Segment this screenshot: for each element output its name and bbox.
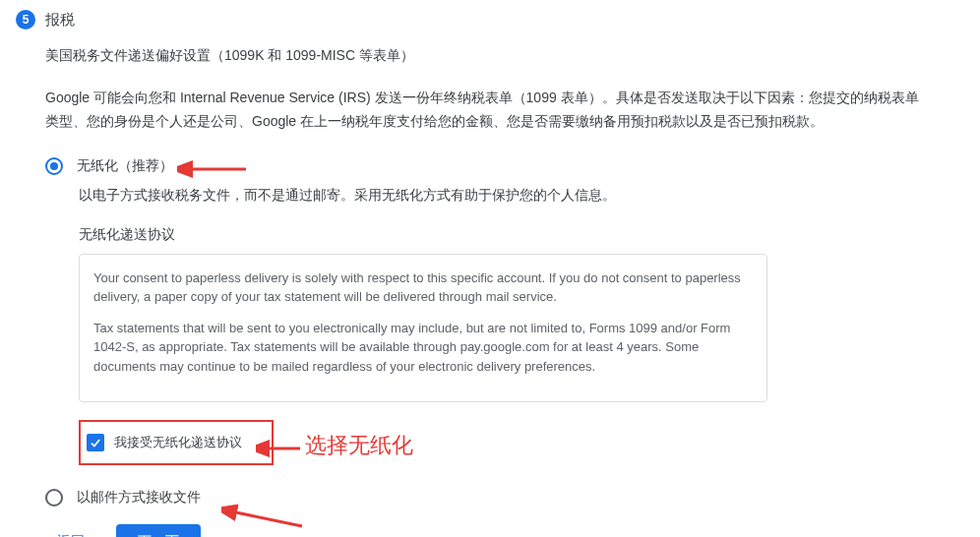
agreement-p1: Your consent to paperless delivery is so… xyxy=(93,268,747,307)
step-header: 5 报税 xyxy=(0,10,980,30)
annotation-select-paperless: 选择无纸化 xyxy=(305,431,413,460)
option-paperless[interactable]: 无纸化（推荐） xyxy=(45,155,960,175)
step-title: 报税 xyxy=(45,11,75,30)
checkbox-label: 我接受无纸化递送协议 xyxy=(114,434,242,451)
next-button[interactable]: 下一页 xyxy=(116,524,201,537)
description-text: Google 可能会向您和 Internal Revenue Service (… xyxy=(45,87,931,134)
agreement-p2: Tax statements that will be sent to you … xyxy=(93,319,747,377)
back-button[interactable]: 返回 xyxy=(45,525,96,537)
option-mail[interactable]: 以邮件方式接收文件 xyxy=(45,487,960,507)
agreement-scroll[interactable]: Your consent to paperless delivery is so… xyxy=(93,268,757,388)
agreement-title: 无纸化递送协议 xyxy=(79,226,960,244)
check-icon xyxy=(89,436,102,449)
button-row: 返回 下一页 xyxy=(45,524,960,537)
radio-mail-label: 以邮件方式接收文件 xyxy=(77,487,201,507)
paperless-desc: 以电子方式接收税务文件，而不是通过邮寄。采用无纸化方式有助于保护您的个人信息。 xyxy=(79,187,960,205)
checkbox-row[interactable]: 我接受无纸化递送协议 xyxy=(79,420,274,465)
agreement-box: Your consent to paperless delivery is so… xyxy=(79,254,767,403)
radio-paperless-label: 无纸化（推荐） xyxy=(77,155,173,175)
radio-paperless[interactable] xyxy=(45,157,63,175)
checkbox-accept-agreement[interactable] xyxy=(87,434,104,451)
paperless-body: 以电子方式接收税务文件，而不是通过邮寄。采用无纸化方式有助于保护您的个人信息。 … xyxy=(45,187,960,484)
content-area: 美国税务文件递送偏好设置（1099K 和 1099-MISC 等表单） Goog… xyxy=(0,47,980,537)
radio-mail[interactable] xyxy=(45,489,63,507)
subtitle: 美国税务文件递送偏好设置（1099K 和 1099-MISC 等表单） xyxy=(45,47,960,65)
step-number-badge: 5 xyxy=(16,10,35,30)
